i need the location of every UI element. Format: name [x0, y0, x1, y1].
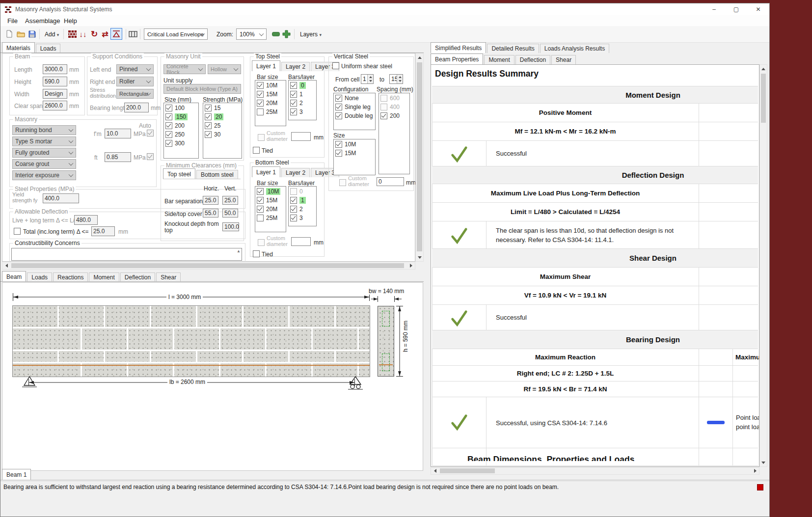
- section-view-button[interactable]: [128, 28, 138, 39]
- checkbox-option[interactable]: 3: [289, 213, 316, 222]
- results-tab-simplified-results[interactable]: Simplified Results: [431, 42, 486, 53]
- scroll-down-button[interactable]: [760, 459, 767, 466]
- configuration-list[interactable]: NoneSingle legDouble leg: [333, 93, 376, 130]
- checkbox[interactable]: [380, 112, 387, 119]
- bottom-steel-tab-layer-2[interactable]: Layer 2: [281, 168, 310, 177]
- scroll-down-button[interactable]: [416, 253, 423, 261]
- top-bars-layer-list[interactable]: 0123: [288, 80, 317, 120]
- top-steel-tab-layer-1[interactable]: Layer 1: [252, 60, 280, 71]
- view-tab-moment[interactable]: Moment: [89, 272, 119, 282]
- bottom-bar-size-list[interactable]: 10M15M20M25M: [255, 186, 286, 232]
- spinner-arrows-icon[interactable]: [397, 75, 403, 83]
- scroll-left-button[interactable]: [431, 467, 439, 474]
- checkbox-option[interactable]: 1: [289, 89, 316, 98]
- checkbox-option[interactable]: 15M: [255, 195, 286, 204]
- maximize-button[interactable]: ▢: [725, 3, 747, 15]
- checkbox-option[interactable]: 200: [164, 121, 198, 130]
- vertical-custom-diameter-input[interactable]: 0: [377, 177, 404, 186]
- results-subtab-shear[interactable]: Shear: [551, 55, 576, 64]
- width-input[interactable]: Design: [43, 89, 67, 99]
- side-cover-horiz-input[interactable]: 55.0: [203, 209, 218, 218]
- checkbox[interactable]: [257, 109, 264, 115]
- zoom-select[interactable]: 100%: [236, 28, 267, 40]
- spacing-list[interactable]: 600400200: [379, 93, 410, 174]
- zoom-in-button[interactable]: [281, 28, 291, 39]
- knockout-input[interactable]: 100.0: [222, 222, 239, 231]
- checkbox[interactable]: [205, 113, 212, 120]
- checkbox[interactable]: [380, 104, 387, 110]
- bottom-tied-checkbox[interactable]: [253, 250, 260, 257]
- top-tied-checkbox[interactable]: [253, 147, 260, 154]
- unit-type-select[interactable]: Concrete Block: [163, 64, 206, 74]
- top-custom-diameter-input[interactable]: [291, 132, 311, 141]
- bar-separation-horiz-input[interactable]: 25.0: [203, 196, 218, 205]
- scroll-right-button[interactable]: [407, 262, 415, 269]
- checkbox[interactable]: [380, 95, 387, 102]
- exposure-select[interactable]: Interior exposure: [12, 170, 76, 180]
- checkbox-option[interactable]: 25: [203, 121, 242, 130]
- checkbox[interactable]: [290, 215, 297, 221]
- checkbox[interactable]: [257, 82, 264, 89]
- scroll-up-button[interactable]: [760, 65, 767, 73]
- loads-button[interactable]: ↓↓: [78, 28, 88, 39]
- view-tab-loads[interactable]: Loads: [27, 272, 52, 282]
- left-end-select[interactable]: Pinned: [116, 64, 154, 74]
- checkbox[interactable]: [165, 105, 172, 111]
- checkbox[interactable]: [205, 131, 212, 138]
- view-tab-reactions[interactable]: Reactions: [53, 272, 88, 282]
- checkbox-option[interactable]: 150: [164, 112, 198, 121]
- unit-core-select[interactable]: Hollow: [208, 64, 241, 74]
- checkbox-option[interactable]: 2: [289, 98, 316, 107]
- checkbox-option[interactable]: 20M: [255, 98, 286, 107]
- unit-supply-select[interactable]: Default Block Hollow (Type A): [163, 84, 241, 94]
- grouting-select[interactable]: Fully grouted: [12, 148, 76, 158]
- checkbox-option[interactable]: 2: [289, 204, 316, 213]
- checkbox-option[interactable]: 10M: [334, 139, 375, 148]
- assemblage-grid-button[interactable]: [67, 28, 77, 39]
- right-end-select[interactable]: Roller: [116, 77, 154, 86]
- save-button[interactable]: [27, 28, 37, 39]
- checkbox-option[interactable]: 0: [289, 81, 316, 89]
- checkbox[interactable]: [257, 100, 264, 107]
- checkbox[interactable]: [335, 95, 342, 102]
- checkbox-option[interactable]: Double leg: [334, 111, 375, 120]
- clearance-tab-bottom-steel[interactable]: Bottom steel: [196, 170, 238, 179]
- checkbox-option[interactable]: 15: [203, 103, 242, 112]
- title-bar[interactable]: Masonry Analysis Structural Systems – ▢ …: [0, 3, 769, 15]
- results-subtab-deflection[interactable]: Deflection: [515, 55, 550, 64]
- close-button[interactable]: ✕: [747, 3, 769, 15]
- checkbox-option[interactable]: 20M: [255, 204, 286, 213]
- view-tab-beam[interactable]: Beam: [2, 271, 26, 282]
- results-vertical-scrollbar[interactable]: [759, 64, 767, 467]
- checkbox[interactable]: [290, 197, 297, 204]
- checkbox-option[interactable]: 250: [164, 130, 198, 138]
- rotate-button[interactable]: ↻: [89, 28, 99, 39]
- length-input[interactable]: 3000.0: [43, 64, 67, 74]
- checkbox[interactable]: [257, 188, 264, 195]
- checkbox-option[interactable]: 600: [379, 93, 409, 102]
- open-file-button[interactable]: [16, 28, 26, 39]
- form-horizontal-scrollbar[interactable]: [2, 262, 415, 270]
- results-horizontal-scrollbar[interactable]: [431, 467, 759, 475]
- new-file-button[interactable]: [4, 28, 14, 39]
- top-steel-tab-layer-2[interactable]: Layer 2: [281, 62, 310, 71]
- clear-span-input[interactable]: 2600.0: [43, 101, 67, 110]
- checkbox[interactable]: [257, 91, 264, 98]
- checkbox-option[interactable]: 3: [289, 107, 316, 116]
- bottom-custom-diameter-checkbox[interactable]: [258, 239, 265, 246]
- checkbox[interactable]: [290, 206, 297, 213]
- checkbox-option[interactable]: 10M: [255, 81, 286, 89]
- fm-auto-checkbox[interactable]: [147, 130, 154, 136]
- checkbox[interactable]: [165, 113, 172, 120]
- checkbox[interactable]: [335, 104, 342, 110]
- envelope-select[interactable]: Critical Load Envelope: [144, 28, 208, 40]
- bearing-length-input[interactable]: 200.0: [124, 103, 149, 112]
- results-tab-loads-analysis-results[interactable]: Loads Analysis Results: [540, 44, 609, 53]
- total-deflection-input[interactable]: 25.0: [91, 226, 115, 236]
- view-tab-shear[interactable]: Shear: [156, 272, 181, 282]
- checkbox[interactable]: [257, 197, 264, 204]
- top-custom-diameter-checkbox[interactable]: [258, 134, 265, 141]
- total-deflection-checkbox[interactable]: [14, 228, 21, 235]
- checkbox-option[interactable]: 200: [379, 111, 409, 120]
- menu-file[interactable]: File: [7, 17, 18, 25]
